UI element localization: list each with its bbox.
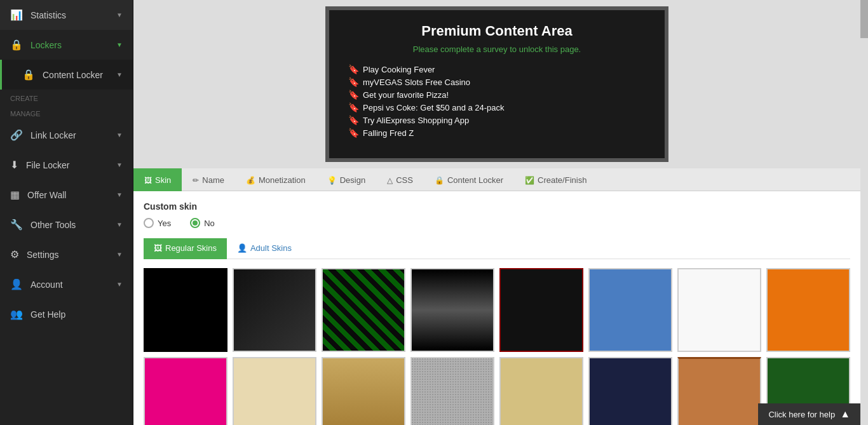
sidebar-item-account[interactable]: 👤 Account ▼	[0, 269, 133, 299]
download-icon: ⬇	[10, 159, 18, 171]
skin-thumb[interactable]	[588, 357, 672, 425]
chevron-down-icon: ▼	[116, 11, 123, 18]
user-icon: 👤	[10, 278, 23, 290]
list-item: 🔖Get your favorite Pizza!	[348, 88, 646, 101]
skin-thumb[interactable]	[588, 268, 672, 352]
chevron-down-icon: ▼	[116, 281, 123, 288]
skin-thumb[interactable]	[677, 357, 761, 425]
sidebar-item-label: Account	[31, 280, 63, 290]
sidebar-item-other-tools[interactable]: 🔧 Other Tools ▼	[0, 210, 133, 239]
sidebar-item-content-locker[interactable]: 🔒 Content Locker ▼	[0, 60, 133, 90]
tab-skin[interactable]: 🖼 Skin	[133, 168, 182, 191]
sidebar-item-label: Link Locker	[31, 130, 76, 140]
skin-thumb[interactable]	[322, 268, 405, 352]
sidebar-item-label: Other Tools	[31, 220, 76, 230]
sidebar-item-file-locker[interactable]: ⬇ File Locker ▼	[0, 150, 133, 180]
chevron-down-icon: ▼	[116, 132, 123, 138]
tab-name[interactable]: ✏ Name	[182, 168, 235, 191]
list-item: 🔖myVEGAS Slots Free Casino	[348, 76, 646, 88]
sidebar-item-lockers[interactable]: 🔒 Lockers ▼	[0, 30, 133, 60]
chevron-up-icon: ▲	[840, 408, 850, 420]
sidebar-item-link-locker[interactable]: 🔗 Link Locker ▼	[0, 120, 133, 150]
bullet-icon: 🔖	[348, 128, 359, 138]
tab-create-finish[interactable]: ✅ Create/Finish	[514, 168, 597, 191]
skin-thumb[interactable]	[322, 357, 405, 425]
offerwall-icon: ▦	[10, 189, 20, 201]
chevron-down-icon: ▼	[116, 161, 123, 168]
css-icon: △	[387, 176, 393, 185]
sidebar-item-get-help[interactable]: 👥 Get Help	[0, 299, 133, 329]
help-label: Click here for help	[768, 410, 835, 419]
skin-tab-label: Regular Skins	[165, 243, 217, 253]
skin-tab-bar: 🖼 Regular Skins 👤 Adult Skins	[144, 238, 850, 259]
scrollbar-thumb[interactable]	[860, 0, 868, 38]
sidebar-item-statistics[interactable]: 📊 Statistics ▼	[0, 0, 133, 30]
group-icon: 👥	[10, 308, 23, 320]
skin-thumb[interactable]	[766, 268, 850, 352]
sidebar-item-settings[interactable]: ⚙ Settings ▼	[0, 239, 133, 269]
list-item: 🔖Falling Fred Z	[348, 126, 646, 139]
skin-tab-adult[interactable]: 👤 Adult Skins	[227, 238, 302, 259]
chevron-down-icon: ▼	[116, 191, 123, 198]
sidebar-item-label: Content Locker	[43, 70, 103, 80]
skin-thumb[interactable]	[410, 357, 494, 425]
skin-thumb[interactable]	[144, 268, 227, 352]
tab-label: Skin	[155, 175, 171, 185]
skin-thumb[interactable]	[677, 268, 761, 352]
bullet-icon: 🔖	[348, 90, 359, 100]
skin-thumb[interactable]	[233, 268, 316, 352]
custom-skin-title: Custom skin	[144, 201, 850, 212]
tab-design[interactable]: 💡 Design	[316, 168, 376, 191]
scrollbar-track[interactable]	[860, 0, 868, 425]
tab-label: CSS	[396, 175, 413, 185]
custom-skin-radio-group: Yes No	[144, 218, 850, 228]
skin-tab-regular[interactable]: 🖼 Regular Skins	[144, 238, 227, 259]
radio-no[interactable]: No	[190, 218, 215, 228]
lock-tab-icon: 🔒	[435, 176, 444, 185]
radio-yes-circle	[144, 218, 154, 228]
tab-content-locker[interactable]: 🔒 Content Locker	[424, 168, 514, 191]
edit-icon: ✏	[193, 176, 199, 185]
skin-thumb[interactable]	[410, 268, 494, 352]
tab-label: Content Locker	[447, 175, 503, 185]
gear-icon: ⚙	[10, 248, 19, 260]
tab-monetization[interactable]: 💰 Monetization	[235, 168, 316, 191]
skin-tab-label: Adult Skins	[250, 243, 292, 253]
chevron-down-icon: ▼	[116, 41, 123, 48]
radio-yes-label: Yes	[158, 219, 171, 228]
sidebar-section-create: Create	[0, 90, 133, 105]
skin-icon: 🖼	[144, 176, 152, 185]
sidebar-item-offer-wall[interactable]: ▦ Offer Wall ▼	[0, 180, 133, 210]
skin-thumb[interactable]	[233, 357, 316, 425]
tab-label: Design	[340, 175, 365, 185]
chevron-down-icon: ▼	[116, 71, 123, 78]
tab-css[interactable]: △ CSS	[376, 168, 424, 191]
statistics-icon: 📊	[10, 9, 23, 21]
sidebar-item-label: Settings	[27, 250, 59, 260]
sidebar-item-label: Get Help	[31, 309, 65, 320]
chevron-down-icon: ▼	[116, 251, 123, 258]
wrench-icon: 🔧	[10, 219, 23, 231]
money-icon: 💰	[246, 176, 255, 185]
skins-grid	[144, 268, 850, 425]
preview-list: 🔖Play Cooking Fever 🔖myVEGAS Slots Free …	[348, 63, 646, 139]
radio-yes[interactable]: Yes	[144, 218, 171, 228]
list-item: 🔖Play Cooking Fever	[348, 63, 646, 76]
check-icon: ✅	[525, 176, 534, 185]
content-lock-icon: 🔒	[22, 69, 35, 81]
sidebar-section-manage: Manage	[0, 105, 133, 120]
sidebar: 📊 Statistics ▼ 🔒 Lockers ▼ 🔒 Content Loc…	[0, 0, 133, 425]
preview-box: Premium Content Area Please complete a s…	[325, 6, 668, 162]
bullet-icon: 🔖	[348, 64, 359, 74]
list-item: 🔖Try AliExpress Shopping App	[348, 114, 646, 126]
skin-thumb[interactable]	[144, 357, 227, 425]
bullet-icon: 🔖	[348, 77, 359, 87]
link-icon: 🔗	[10, 129, 23, 141]
adult-tab-icon: 👤	[237, 243, 247, 253]
tab-bar: 🖼 Skin ✏ Name 💰 Monetization 💡 Design △ …	[133, 168, 860, 191]
skin-tab-icon: 🖼	[154, 243, 162, 253]
skin-thumb[interactable]	[499, 357, 583, 425]
skin-thumb[interactable]	[499, 268, 583, 352]
help-bar[interactable]: Click here for help ▲	[758, 403, 860, 425]
sidebar-item-label: Offer Wall	[27, 190, 66, 200]
